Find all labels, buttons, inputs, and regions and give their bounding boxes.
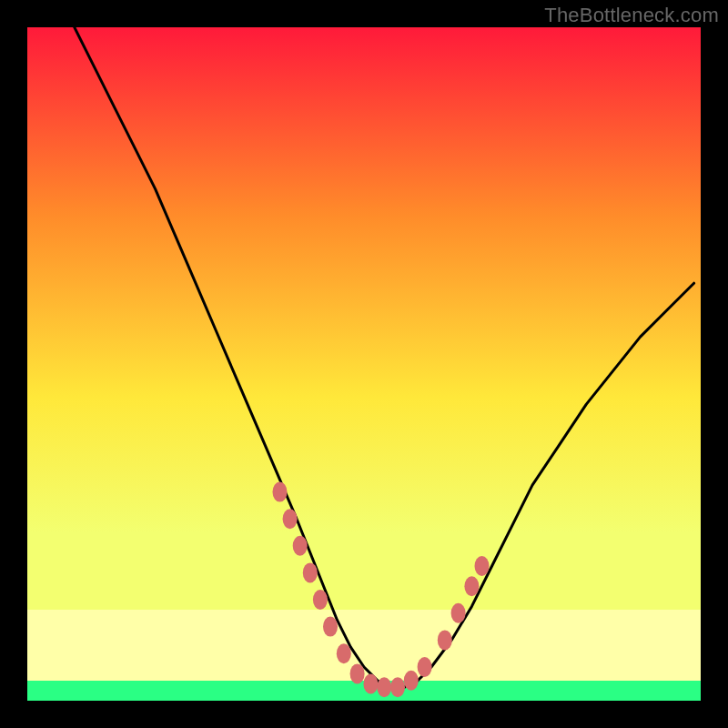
highlight-dot [464, 576, 479, 596]
watermark-text: TheBottleneck.com [544, 4, 719, 27]
chart-svg [27, 27, 701, 701]
highlight-dot [273, 482, 288, 502]
highlight-dot [350, 663, 365, 683]
highlight-dot [475, 556, 490, 576]
highlight-dot [293, 536, 308, 556]
highlight-dot [323, 617, 338, 637]
highlight-dot [438, 630, 452, 650]
highlight-dot [377, 677, 391, 697]
gradient-background [27, 27, 701, 701]
highlight-dot [418, 657, 432, 677]
highlight-dot [363, 674, 378, 694]
highlight-dot [404, 671, 419, 691]
highlight-dot [313, 590, 328, 610]
highlight-dot [390, 677, 405, 697]
highlight-dot [283, 509, 298, 529]
chart-frame: TheBottleneck.com [0, 0, 728, 728]
highlight-dot [337, 643, 351, 663]
plot-area [27, 27, 701, 701]
highlight-dot [451, 603, 466, 623]
highlight-dot [303, 562, 318, 582]
